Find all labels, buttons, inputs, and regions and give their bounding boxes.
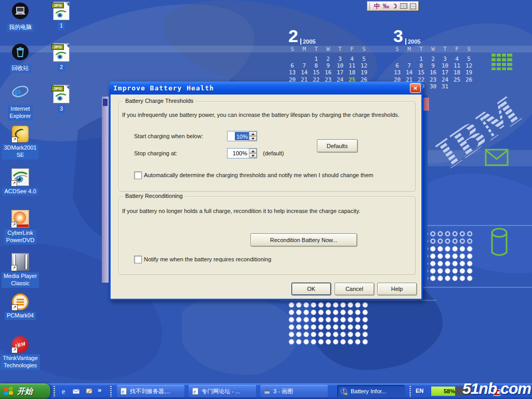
quick-launch-ie-icon[interactable]: e [59, 387, 68, 396]
shortcut-arrow-icon: ↗ [11, 222, 17, 228]
calendar-day: 7 [403, 62, 415, 69]
desktop-icon-media-player-classic[interactable]: ↗ Media Player Classic [0, 253, 44, 288]
calendar-weekday-row: SMTWTFS [391, 46, 475, 52]
calendar-day: 11 [451, 62, 463, 69]
taskbar-task-server-not-found[interactable]: e 找不到服务器,... [117, 385, 184, 397]
quick-launch-grip[interactable] [110, 385, 112, 397]
start-charging-value[interactable]: 10% [235, 132, 249, 140]
ime-chinese-mode-icon[interactable]: 中 [374, 3, 380, 9]
language-bar-grip[interactable] [369, 3, 371, 9]
media-player-classic-icon: ↗ [11, 253, 29, 271]
taskbar-task-battery-information[interactable]: Battery Infor... [337, 385, 405, 397]
notify-recondition-checkbox-label[interactable]: Notify me when the battery requires reco… [144, 256, 352, 262]
recondition-description: If your battery no longer holds a full c… [122, 208, 413, 214]
green-cylinder-icon [490, 228, 508, 258]
desktop-icon-label: ThinkVantage Technologies [1, 354, 39, 370]
calendar-day: 9 [427, 62, 439, 69]
calendar-title: 3 2005 [393, 28, 420, 45]
desktop-icon-powerdvd[interactable]: ↗ CyberLink PowerDVD [0, 210, 44, 245]
recondition-battery-now-button[interactable]: Recondition Battery Now... [250, 233, 357, 246]
tray-grip[interactable] [409, 385, 411, 397]
spinner-up-button[interactable] [249, 149, 257, 153]
calendar-day: 2 [427, 56, 439, 62]
quick-launch-show-desktop-icon[interactable] [85, 387, 94, 396]
desktop-icon-acdsee[interactable]: ↗ ACDSee 4.0 [0, 168, 44, 196]
calendar-title: 2 2005 [288, 28, 315, 45]
my-computer-icon [11, 2, 29, 22]
calendar-day [463, 83, 475, 90]
auto-thresholds-checkbox-label[interactable]: Automatically determine the charging thr… [144, 172, 409, 178]
calendar-weekday-header: T [310, 46, 322, 52]
quick-launch-overflow-chevron[interactable]: » [98, 386, 101, 394]
desktop-icon-pcmark04[interactable]: ↗ PCMark04 [0, 294, 44, 320]
stop-charging-value[interactable]: 100% [228, 149, 249, 158]
quick-launch-mail-icon[interactable] [72, 387, 81, 396]
battery-meter[interactable]: 58% [431, 387, 472, 396]
desktop-icon-label: 回收站 [10, 64, 31, 73]
internet-explorer-icon: e [11, 83, 30, 103]
auto-thresholds-checkbox[interactable] [134, 171, 142, 179]
help-button[interactable]: Help [377, 283, 417, 295]
spinner-down-button[interactable] [249, 136, 257, 141]
spinner-up-button[interactable] [249, 131, 257, 136]
desktop-icon-jpg-1[interactable]: JPG 1 [37, 2, 85, 30]
quick-launch-grip[interactable] [54, 385, 55, 397]
desktop-icon-jpg-3[interactable]: JPG 3 [37, 85, 85, 113]
calendar-day: 1 [310, 56, 322, 62]
desktop-icon-label: CyberLink PowerDVD [4, 229, 36, 245]
calendar-day: 13 [391, 69, 403, 76]
calendar-day: 3 [334, 56, 346, 62]
cancel-button[interactable]: Cancel [335, 283, 374, 295]
calendar-day: 1 [415, 56, 427, 62]
group-title: Battery Reconditioning [123, 193, 185, 199]
close-icon[interactable]: × [410, 83, 421, 93]
calendar-weekday-header: S [391, 46, 403, 52]
shortcut-arrow-icon: ↗ [11, 137, 18, 143]
calendar-day: 11 [346, 62, 358, 69]
desktop-icon-jpg-2[interactable]: JPG 2 [37, 43, 85, 72]
ie-letter: e [14, 83, 21, 101]
calendar-day: 6 [286, 62, 298, 69]
dot-pattern-filled [288, 301, 369, 346]
defaults-button[interactable]: Defaults [317, 139, 357, 152]
calendar-day: 17 [439, 69, 451, 76]
desktop-icon-thinkvantage[interactable]: IBM ↗ ThinkVantage Technologies [0, 336, 44, 370]
tray-notification-icon[interactable] [494, 389, 500, 396]
background-window-edge[interactable] [102, 97, 109, 283]
stop-charging-spinner: 100% [227, 148, 257, 158]
task-button-label: 专门网论坛 - ... [202, 388, 240, 395]
calendar-day: 26 [463, 76, 475, 83]
default-note: (default) [263, 150, 284, 156]
language-bar[interactable]: 中 ‰ ☽ [367, 1, 419, 11]
jpg-file-icon: JPG [53, 85, 70, 103]
soft-keyboard-icon[interactable] [400, 3, 408, 9]
taskbar-task-forum[interactable]: e 专门网论坛 - ... [189, 385, 256, 397]
dot-pattern-hollow [422, 230, 474, 245]
calendar-year: 2005 [405, 38, 420, 45]
ime-fullwidth-icon[interactable]: ‰ [383, 3, 389, 9]
ok-button[interactable]: OK [291, 283, 331, 295]
start-button-label: 开始 [17, 387, 33, 396]
background-window-edge[interactable] [423, 95, 428, 283]
calendar-day: 3 [439, 56, 451, 62]
calendar-day: 8 [310, 62, 322, 69]
taskbar-task-paint[interactable]: 3 - 画图 [260, 385, 328, 397]
svg-text:e: e [194, 389, 196, 394]
background-window-edge-detail [103, 99, 108, 106]
stop-charging-label: Stop charging at: [134, 150, 177, 156]
group-title: Battery Charge Thresholds [123, 98, 195, 104]
desktop-icon-3dmark2001[interactable]: ↗ 3DMark2001 SE [0, 126, 44, 159]
thinkvantage-ibm-icon: IBM ↗ [12, 336, 29, 353]
language-indicator[interactable]: EN [416, 388, 423, 394]
dot-pattern-filled [422, 245, 474, 283]
wallpaper-stripe [423, 287, 532, 288]
start-button[interactable]: 开始 [0, 383, 50, 399]
ime-menu-icon[interactable] [410, 3, 416, 9]
notify-recondition-checkbox[interactable] [134, 256, 142, 263]
calendar-day [403, 56, 415, 62]
calendar-day: 17 [334, 69, 346, 76]
spinner-down-button[interactable] [249, 153, 257, 158]
ime-pen-icon[interactable]: ☽ [392, 3, 397, 9]
dialog-titlebar[interactable]: Improve Battery Health [109, 82, 423, 95]
calendar-weekday-header: M [403, 46, 415, 52]
